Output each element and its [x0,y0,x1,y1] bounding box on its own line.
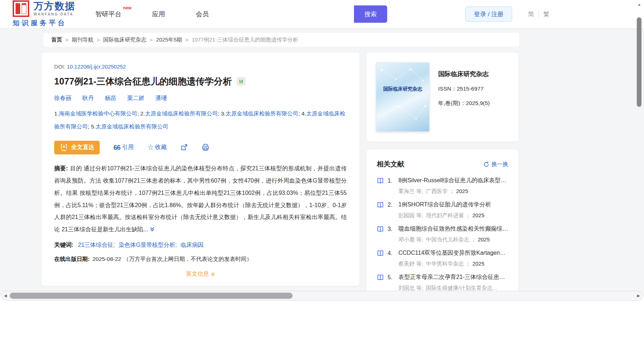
star-icon: ☆ [147,143,154,152]
article-title: 1077例21-三体综合征患儿的细胞遗传学分析 M [54,75,347,87]
related-item: 1. 8例Silver-Russell综合征患儿的临床表型与... 覃海兰 等;… [377,177,508,195]
english-info-toggle[interactable]: 英文信息 [54,270,347,278]
search-button[interactable]: 搜索 [354,5,387,23]
breadcrumb-home[interactable]: 首页 [51,36,62,43]
doi-line: DOI: 10.12208/j.ijcr.20250252 [54,64,347,70]
related-article-link[interactable]: 1例SHORT综合征胎儿的遗传学分析 [398,201,508,209]
publish-date-label: 在线出版日期: [54,256,90,262]
refresh-icon [483,161,489,167]
quote-icon: 66 [113,144,120,152]
breadcrumb: 首页 > 期刊导航 > 国际临床研究杂志 > 2025年5期 > 1077例21… [43,33,519,47]
print-button[interactable] [202,144,209,151]
keyword-link[interactable]: 临床病因 [181,242,204,248]
related-article-link[interactable]: 噬血细胞综合征致热性感染相关性癫痫综合... [398,225,508,233]
journal-volume: 年,卷(期)：2025,9(5) [438,100,490,107]
medical-badge: M [237,77,245,86]
publish-date-note: （万方平台首次上网日期，不代表论文的发表时间） [123,256,252,262]
breadcrumb-journal[interactable]: 国际临床研究杂志 [103,36,147,43]
refresh-related-button[interactable]: 换一换 [483,161,509,168]
brand-name-cn: 万方数据 [34,1,75,11]
author-link[interactable]: 徐春丽 [54,95,72,102]
top-header: 万方数据 WANFANG DATA 知识服务平台 智研平台 new 应用 会员 … [0,0,644,28]
affiliation-link[interactable]: 太原金域临床检验所有限公司 [226,110,299,117]
abstract: 摘要:目的 通过分析1077例21-三体综合征患儿的染色体核型分布特点，探究21… [54,162,347,236]
related-article-meta: 彭园园 等;现代妇产科进展 ； 2025 [398,212,508,219]
related-title: 相关文献 [377,159,404,169]
publish-date: 2025-08-22 [92,256,121,262]
related-article-link[interactable]: CCDC114双等位基因变异所致Kartagener... [398,249,508,257]
scroll-up-arrow-icon[interactable]: ▲ [636,2,642,6]
affiliation-link[interactable]: 太原金域临床检验所有限公司 [96,123,169,130]
journal-issn: ISSN：2515-6977 [438,85,490,93]
keyword-link[interactable]: 染色体G显带核型分析 [118,242,175,248]
related-literature-card: 相关文献 换一换 1. 8例Silver-Russell综合征患儿的临床表型与.… [367,149,518,296]
nav-membership[interactable]: 会员 [196,10,209,18]
breadcrumb-current-article: 1077例21-三体综合征患儿的细胞遗传学分析 [192,36,298,43]
publish-date-line: 在线出版日期:2025-08-22（万方平台首次上网日期，不代表论文的发表时间） [54,255,347,263]
login-register-button[interactable]: 登录 / 注册 [465,6,512,22]
related-item: 5. 表型正常母亲二次孕育21-三体综合征患儿... 刘国忠 等;国际生殖健康/… [377,274,508,292]
affiliation-link[interactable]: 太原金域临床检验所有限公司 [145,110,218,117]
journal-card: 国际临床研究杂志 国际临床研究杂志 ISSN：2515-6977 年,卷(期)：… [367,53,518,141]
expand-abstract-icon[interactable] [150,224,155,236]
keyword-link[interactable]: 21三体综合征 [78,242,113,248]
book-icon [377,201,384,208]
journal-cover-art [376,63,429,132]
main-nav: 智研平台 new 应用 会员 [95,10,239,18]
share-button[interactable] [180,144,188,151]
author-link[interactable]: 潘璠 [155,95,167,102]
related-article-link[interactable]: 表型正常母亲二次孕育21-三体综合征患儿... [398,274,508,281]
wanfang-logo[interactable]: 万方数据 WANFANG DATA 知识服务平台 [13,0,75,28]
related-item: 4. CCDC114双等位基因变异所致Kartagener... 蔡美妤 等;中… [377,249,508,267]
scroll-left-arrow-icon[interactable]: ◀ [1,293,9,298]
breadcrumb-journal-nav[interactable]: 期刊导航 [72,36,94,43]
brand-tagline: 知识服务平台 [13,18,75,28]
author-link[interactable]: 耿丹 [82,95,94,102]
related-article-meta: 覃海兰 等;广西医学 ； 2025 [398,188,508,195]
journal-cover-title: 国际临床研究杂志 [376,86,429,92]
journal-name[interactable]: 国际临床研究杂志 [438,70,490,78]
nav-zhiyan-platform[interactable]: 智研平台 new [95,10,121,18]
journal-cover[interactable]: 国际临床研究杂志 [376,62,429,132]
breadcrumb-issue[interactable]: 2025年5期 [156,36,182,43]
cite-button[interactable]: 66 引用 [113,144,134,152]
book-icon [377,226,384,232]
vertical-scrollbar[interactable]: ▲ [636,2,642,291]
article-toolbar: free 全文直达 66 引用 ☆ 收藏 [54,141,347,154]
keywords-label: 关键词: [54,242,73,248]
download-free-icon: free [60,143,68,152]
wanfang-logo-icon [13,0,29,17]
favorite-button[interactable]: ☆ 收藏 [147,143,167,152]
right-sidebar: 国际临床研究杂志 国际临床研究杂志 ISSN：2515-6977 年,卷(期)：… [367,53,518,296]
fulltext-button[interactable]: free 全文直达 [54,141,100,154]
share-icon [180,144,188,151]
vertical-scroll-thumb[interactable] [637,17,641,107]
language-switch: 简 繁 [524,10,554,18]
related-article-link[interactable]: 8例Silver-Russell综合征患儿的临床表型与... [398,177,508,184]
lang-simplified[interactable]: 简 [524,10,539,18]
scroll-right-arrow-icon[interactable]: ▶ [635,293,643,298]
new-badge: new [123,5,131,10]
nav-apps[interactable]: 应用 [152,10,165,18]
horizontal-scrollbar[interactable]: ◀ ▶ [1,291,643,301]
horizontal-scroll-thumb[interactable] [10,293,293,299]
related-article-meta: 蔡美妤 等;中华男科学杂志 ； 2025 [398,261,508,267]
book-icon [377,250,384,257]
related-article-meta: 邓小鹿 等;中国当代儿科杂志 ； 2025 [398,236,508,243]
doi-link[interactable]: 10.12208/j.ijcr.20250252 [67,64,126,70]
author-list: 徐春丽 耿丹 杨苗 栗二娇 潘璠 [54,95,347,102]
printer-icon [202,144,209,151]
related-item: 3. 噬血细胞综合征致热性感染相关性癫痫综合... 邓小鹿 等;中国当代儿科杂志… [377,225,508,243]
affiliation-link[interactable]: 海南金域医学检验中心有限公司 [59,110,137,117]
author-link[interactable]: 栗二娇 [127,95,144,102]
lang-traditional[interactable]: 繁 [539,10,554,18]
book-icon [377,274,384,281]
svg-text:free: free [62,149,66,152]
search-bar: 搜索 [244,5,387,23]
keywords-line: 关键词: 21三体综合征; 染色体G显带核型分析; 临床病因 [54,241,347,249]
search-input[interactable] [244,5,354,23]
author-link[interactable]: 杨苗 [105,95,116,102]
article-card: DOI: 10.12208/j.ijcr.20250252 1077例21-三体… [42,53,359,286]
chevron-down-icon [211,272,215,277]
related-item: 2. 1例SHORT综合征胎儿的遗传学分析 彭园园 等;现代妇产科进展 ； 20… [377,201,508,219]
